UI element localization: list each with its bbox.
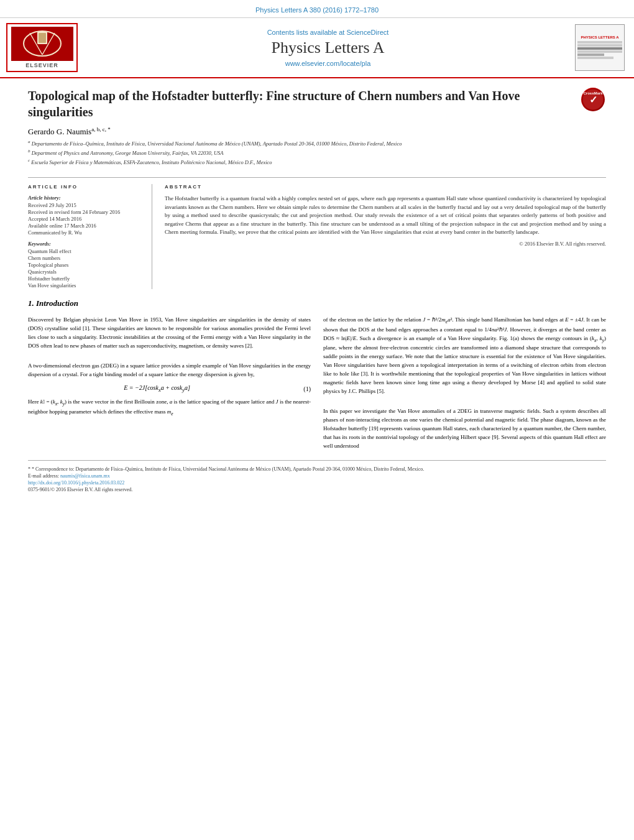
doi-link[interactable]: http://dx.doi.org/10.1016/j.physleta.201… (28, 480, 124, 486)
svg-rect-5 (39, 33, 46, 43)
equation-1: E = −2J[coskxa + coskya] (1) (28, 384, 311, 393)
article-title: Topological map of the Hofstadter butter… (28, 88, 575, 120)
journal-right-title: PHYSICS LETTERS A (581, 35, 618, 39)
keyword-1: Quantum Hall effect (28, 248, 142, 254)
abstract-copyright: © 2016 Elsevier B.V. All rights reserved… (165, 241, 606, 247)
footnote-section: * * Correspondence to: Departamento de F… (28, 460, 606, 494)
footnote-correspondence: * * Correspondence to: Departamento de F… (28, 466, 606, 473)
crossmark: ✓ CrossMark (581, 88, 606, 113)
intro-title: Introduction (36, 298, 78, 308)
affil-b-text: Department of Physics and Astronomy, Geo… (32, 150, 224, 156)
body-col-right: of the electron on the lattice by the re… (323, 316, 606, 450)
keywords-section: Keywords: Quantum Hall effect Chern numb… (28, 241, 142, 288)
svg-text:✓: ✓ (589, 95, 597, 105)
body-col-left: Discovered by Belgian physicist Leon Van… (28, 316, 311, 450)
elsevier-label: ELSEVIER (25, 62, 58, 68)
author-superscripts: a, b, c, * (91, 126, 111, 132)
affil-c: c Escuela Superior de Física y Matemátic… (28, 158, 575, 167)
journal-center: Contents lists available at ScienceDirec… (81, 29, 575, 67)
introduction-title: 1. Introduction (28, 298, 606, 308)
article-title-section: Topological map of the Hofstadter butter… (28, 88, 606, 172)
affil-b: b Department of Physics and Astronomy, G… (28, 149, 575, 157)
affil-a: a Departamento de Física–Química, Instit… (28, 139, 575, 148)
intro-col1-para3: Here k⃗ = (kx, ky) is the wave vector in… (28, 398, 311, 417)
crossmark-logo: ✓ CrossMark (581, 88, 605, 111)
keywords-label: Keywords: (28, 241, 142, 247)
keyword-2: Chern numbers (28, 255, 142, 261)
doi-text: Physics Letters A 380 (2016) 1772–1780 (255, 6, 379, 14)
intro-col2-para2: In this paper we investigate the Van Hov… (323, 407, 606, 451)
received-date: Received 29 July 2015 (28, 202, 142, 208)
body-two-col: Discovered by Belgian physicist Leon Van… (28, 316, 606, 450)
contents-text: Contents lists available at (267, 29, 345, 36)
footnote-issn: 0375-9601/© 2016 Elsevier B.V. All right… (28, 486, 606, 493)
keyword-5: Hofstadter butterfly (28, 275, 142, 282)
affil-c-text: Escuela Superior de Física y Matemáticas… (31, 159, 272, 165)
contents-line: Contents lists available at ScienceDirec… (81, 29, 575, 36)
intro-col1-para1: Discovered by Belgian physicist Leon Van… (28, 316, 311, 351)
article-info-abstract: ARTICLE INFO Article history: Received 2… (28, 177, 606, 289)
keyword-6: Van Hove singularities (28, 282, 142, 288)
email-label: E-mail address: (28, 473, 59, 479)
svg-text:CrossMark: CrossMark (583, 91, 603, 95)
affil-a-text: Departamento de Física–Química, Institut… (32, 141, 402, 147)
sciencedirect-link[interactable]: ScienceDirect (346, 29, 388, 36)
communicated-by: Communicated by R. Wu (28, 229, 142, 236)
intro-col2-para1: of the electron on the lattice by the re… (323, 316, 606, 395)
correspondence-text: * Correspondence to: Departamento de Fís… (32, 466, 424, 472)
keyword-3: Topological phases (28, 262, 142, 268)
elsevier-logo-image (11, 27, 73, 61)
article-info-header: ARTICLE INFO (28, 184, 142, 190)
elsevier-logo: ELSEVIER (6, 23, 81, 72)
keyword-4: Quasicrystals (28, 269, 142, 275)
affiliations: a Departamento de Física–Química, Instit… (28, 139, 575, 166)
footnote-doi: http://dx.doi.org/10.1016/j.physleta.201… (28, 479, 606, 486)
main-content: Topological map of the Hofstadter butter… (0, 78, 634, 505)
journal-right-box: PHYSICS LETTERS A (575, 24, 628, 71)
abstract-text: The Hofstadter butterfly is a quantum fr… (165, 195, 606, 237)
available-date: Available online 17 March 2016 (28, 223, 142, 229)
equation-1-number: (1) (286, 385, 311, 392)
received-revised-date: Received in revised form 24 February 201… (28, 209, 142, 215)
top-bar: Physics Letters A 380 (2016) 1772–1780 (0, 0, 634, 18)
journal-title: Physics Letters A (81, 39, 575, 57)
journal-url[interactable]: www.elsevier.com/locate/pla (81, 60, 575, 67)
journal-header: ELSEVIER Contents lists available at Sci… (0, 18, 634, 78)
intro-number: 1. (28, 298, 34, 308)
accepted-date: Accepted 14 March 2016 (28, 216, 142, 222)
author-name: Gerardo G. Naumis (28, 127, 91, 136)
article-history-label: Article history: (28, 195, 142, 201)
journal-right-lines (577, 40, 622, 60)
email-address[interactable]: naumis@fisica.unam.mx (60, 473, 110, 479)
intro-col1-para2: A two-dimensional electron gas (2DEG) in… (28, 362, 311, 379)
article-title-text: Topological map of the Hofstadter butter… (28, 88, 575, 172)
authors-line: Gerardo G. Naumisa, b, c, * (28, 126, 575, 137)
article-info-column: ARTICLE INFO Article history: Received 2… (28, 184, 152, 289)
abstract-header: ABSTRACT (165, 184, 606, 190)
abstract-column: ABSTRACT The Hofstadter butterfly is a q… (165, 184, 606, 289)
equation-1-text: E = −2J[coskxa + coskya] (28, 384, 286, 393)
footnote-email: E-mail address: naumis@fisica.unam.mx (28, 473, 606, 479)
